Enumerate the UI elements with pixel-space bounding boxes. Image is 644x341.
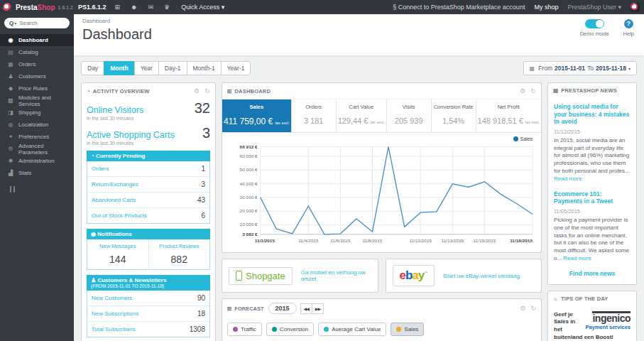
help-control: ? Help [623, 19, 634, 37]
refresh-icon[interactable]: ↻ [530, 87, 536, 94]
search-input[interactable] [19, 20, 65, 26]
online-visitors-value: 32 [195, 100, 210, 117]
article-title-link[interactable]: Using social media for your business: 4 … [554, 103, 631, 126]
ebay-banner[interactable]: ebay™ Start uw eBay-winkel vandaag [386, 259, 542, 293]
new-subscriptions-row[interactable]: New Subscriptions18 [87, 305, 209, 321]
kpi-conversion-rate[interactable]: Conversion Rate1.54% [431, 99, 476, 132]
sidebar-item-modules[interactable]: ▩Modules and Services [0, 94, 74, 107]
tips-panel-title: TIPS OF THE DAY [561, 296, 608, 302]
date-toolbar: Day Month Year Day-1 Month-1 Year-1 ▦ Fr… [81, 61, 637, 75]
read-more-link[interactable]: Read more [563, 255, 591, 261]
breadcrumb[interactable]: Dashboard [82, 18, 635, 24]
shopgate-link[interactable]: Ga mobiel en verhoog uw omzet [301, 269, 371, 282]
sidebar-item-preferences[interactable]: ✦Preferences [0, 131, 74, 143]
cart-icon[interactable]: ⊞ [115, 4, 121, 11]
active-carts-value: 3 [202, 125, 210, 141]
sidebar-search[interactable]: Q ▾ [4, 18, 70, 28]
pending-returns-row[interactable]: Return/Exchanges3 [87, 176, 209, 192]
shopgate-logo: Shopgate [229, 267, 293, 285]
avatar[interactable] [631, 3, 640, 12]
forecast-panel: ⊞FORECAST 2015 ◀◀ ▶▶ ⚙ ↻ Traffic C [222, 298, 542, 341]
abandoned-carts-row[interactable]: Abandoned Carts43 [87, 192, 209, 207]
sidebar-item-shipping[interactable]: ◨Shipping [0, 107, 74, 119]
toggle-sales[interactable]: Sales [391, 323, 424, 336]
messages-icon[interactable]: ✉ [148, 4, 154, 11]
range-month-1-button[interactable]: Month-1 [187, 61, 222, 75]
svg-text:20 000 €: 20 000 € [240, 208, 258, 213]
toggle-traffic[interactable]: Traffic [227, 323, 262, 336]
chevron-down-icon: ▾ [628, 66, 631, 71]
new-messages-cell[interactable]: New Messages144 [87, 239, 148, 269]
connect-marketplace-link[interactable]: § Connect to PrestaShop Marketplace acco… [393, 4, 525, 11]
forecast-year[interactable]: 2015 [268, 303, 297, 314]
kpi-cart-value[interactable]: Cart Value129,44 € tax excl. [336, 99, 386, 132]
find-more-news-link[interactable]: Find more news [554, 270, 631, 277]
search-icon: Q [9, 20, 13, 26]
user-menu[interactable]: PrestaShop User ▾ [567, 4, 621, 11]
read-more-link[interactable]: Read more [554, 175, 582, 182]
shopgate-banner[interactable]: Shopgate Ga mobiel en verhoog uw omzet [222, 259, 378, 293]
dashboard-panel: ⊞ DASHBOARD ⚙ ↻ Sales411 759,00 € tax ex… [222, 82, 542, 253]
sidebar-item-advanced-parameters[interactable]: ⚙Advanced Parameters [0, 143, 74, 155]
active-carts-subtitle: in the last 30 minutes [87, 141, 210, 146]
chevron-down-icon: ▾ [618, 4, 621, 11]
toggle-conversion[interactable]: Conversion [266, 323, 314, 336]
prestashop-logo-icon[interactable] [3, 3, 12, 12]
product-reviews-cell[interactable]: Product Reviews882 [148, 239, 210, 269]
total-subscribers-row[interactable]: Total Subscribers1308 [87, 321, 209, 337]
quick-access-menu[interactable]: Quick Access ▾ [181, 4, 224, 11]
person-icon: ♟ [91, 277, 96, 283]
kpi-visits[interactable]: Visits205 939 [386, 99, 431, 132]
sidebar-item-administration[interactable]: ✱Administration [0, 155, 74, 167]
out-of-stock-row[interactable]: Out of Stock Products6 [87, 207, 209, 223]
range-month-button[interactable]: Month [104, 61, 135, 75]
next-year-button[interactable]: ▶▶ [312, 303, 324, 314]
kpi-orders[interactable]: Orders3 181 [291, 99, 336, 132]
brand-name[interactable]: PrestaShop [16, 4, 55, 11]
active-carts-link[interactable]: Active Shopping Carts [87, 130, 175, 140]
range-year-button[interactable]: Year [134, 61, 159, 75]
collapse-menu-icon[interactable] [10, 186, 15, 193]
refresh-icon[interactable]: ↻ [204, 87, 210, 94]
modules-icon: ▩ [7, 97, 14, 104]
sidebar-item-dashboard[interactable]: ◉Dashboard [0, 34, 74, 46]
svg-text:11/1/2015: 11/1/2015 [255, 238, 275, 243]
toggle-average-cart-value[interactable]: Average Cart Value [318, 323, 386, 336]
kpi-net-profit[interactable]: Net Profit148 918,51 € tax excl. [476, 99, 541, 132]
sidebar-item-stats[interactable]: ▟Stats [0, 167, 74, 179]
sidebar-menu: ◉Dashboard ▤Catalog ▦Orders ♟Customers ◆… [0, 34, 74, 179]
dashboard-panel-title: DASHBOARD [234, 88, 271, 94]
chevron-down-icon[interactable]: ▾ [14, 21, 16, 26]
forecast-panel-title: FORECAST [234, 305, 263, 312]
new-customers-row[interactable]: New Customers90 [87, 291, 209, 305]
customers-icon[interactable]: ☻ [131, 4, 137, 11]
kpi-sales[interactable]: Sales411 759,00 € tax excl. [222, 99, 291, 132]
refresh-icon[interactable]: ↻ [530, 305, 536, 312]
trophy-icon[interactable]: ♛ [164, 4, 170, 11]
date-range-picker[interactable]: ▦ From2015-11-01 To2015-11-18 ▾ [523, 61, 637, 75]
pending-orders-row[interactable]: Orders1 [87, 161, 209, 176]
previous-year-button[interactable]: ◀◀ [300, 303, 312, 314]
sidebar-item-catalog[interactable]: ▤Catalog [0, 46, 74, 58]
range-year-1-button[interactable]: Year-1 [221, 61, 251, 75]
sidebar-item-localization[interactable]: ◍Localization [0, 119, 74, 131]
sales-dot-icon [396, 327, 401, 332]
clock-icon: ◔ [91, 153, 94, 159]
my-shop-link[interactable]: My shop [534, 4, 558, 11]
gear-icon[interactable]: ⚙ [520, 305, 525, 312]
svg-text:66 912 €: 66 912 € [240, 144, 258, 149]
sidebar-item-customers[interactable]: ♟Customers [0, 70, 74, 82]
help-icon[interactable]: ? [624, 19, 633, 28]
article-title-link[interactable]: Ecommerce 101: Payments in a Tweet [554, 190, 631, 205]
gear-icon[interactable]: ⚙ [194, 87, 200, 94]
ebay-link[interactable]: Start uw eBay-winkel vandaag [443, 273, 520, 279]
gear-icon[interactable]: ⚙ [520, 87, 525, 94]
range-day-button[interactable]: Day [81, 61, 104, 75]
svg-text:11/11/2015: 11/11/2015 [410, 238, 432, 243]
lightbulb-icon: ☼ [553, 296, 558, 302]
range-day-1-button[interactable]: Day-1 [158, 61, 187, 75]
online-visitors-link[interactable]: Online Visitors [87, 105, 143, 115]
demo-mode-toggle[interactable] [585, 19, 604, 28]
sidebar-item-orders[interactable]: ▦Orders [0, 58, 74, 70]
sidebar-item-price-rules[interactable]: ◆Price Rules [0, 82, 74, 94]
